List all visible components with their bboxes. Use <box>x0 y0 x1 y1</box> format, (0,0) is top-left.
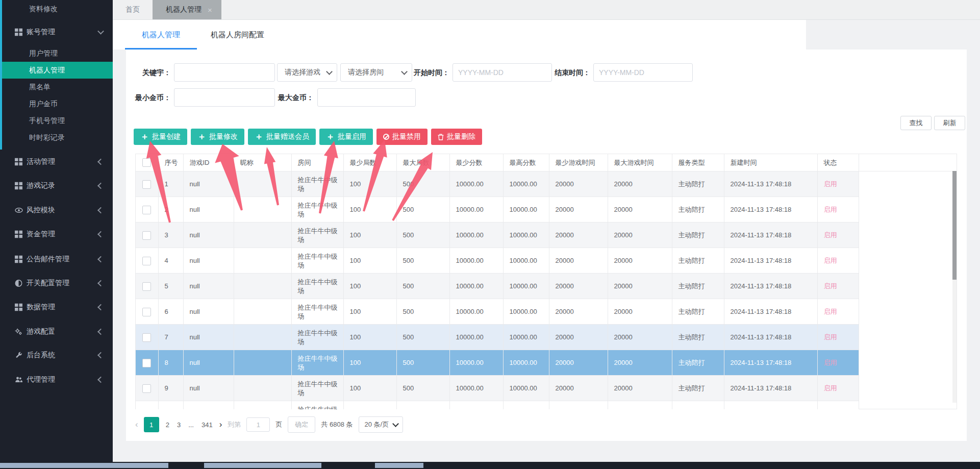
batch-button-1[interactable]: ＋批量创建 <box>134 129 187 145</box>
sidebar-group-5[interactable]: 公告邮件管理 <box>0 251 113 267</box>
cell-min-rounds: 100 <box>343 274 396 299</box>
game-select[interactable]: 请选择游戏 <box>277 63 337 82</box>
max-coin-input[interactable] <box>317 88 416 107</box>
confirm-button[interactable]: 确定 <box>288 416 315 433</box>
cell-max-score: 10000.00 <box>503 299 549 325</box>
status-badge[interactable]: 启用 <box>817 171 859 197</box>
plus-icon: ＋ <box>140 132 149 141</box>
status-badge[interactable]: 启用 <box>817 248 859 274</box>
row-checkbox[interactable] <box>142 206 151 214</box>
status-badge[interactable]: 启用 <box>817 197 859 223</box>
sidebar-group-7[interactable]: 数据管理 <box>0 299 113 315</box>
table-row[interactable]: 8null抢庄牛牛中级场10050010000.0010000.00200002… <box>136 350 859 376</box>
table-row[interactable]: 3null抢庄牛牛中级场10050010000.0010000.00200002… <box>136 223 859 248</box>
prev-page-button[interactable]: ‹ <box>135 419 138 430</box>
status-badge[interactable]: 启用 <box>817 325 859 350</box>
page-number-active[interactable]: 1 <box>144 417 159 432</box>
horizontal-scrollbar-thumb[interactable] <box>0 463 168 468</box>
sidebar-item-6[interactable]: 时时彩记录 <box>0 129 113 146</box>
table-row[interactable]: 9null抢庄牛牛中级场10050010000.0010000.00200002… <box>136 376 859 401</box>
batch-button-4[interactable]: ＋批量启用 <box>319 129 373 145</box>
cell-service-type: 主动陪打 <box>672 401 724 410</box>
column-header: 最少分数 <box>449 154 503 171</box>
sidebar-group-10[interactable]: 代理管理 <box>0 371 113 388</box>
page-number[interactable]: ... <box>187 421 195 429</box>
row-checkbox[interactable] <box>142 231 151 240</box>
vertical-scrollbar-track[interactable] <box>952 171 957 403</box>
page-size-select[interactable]: 20 条/页 <box>359 416 404 433</box>
sidebar-group-label: 账号管理 <box>27 28 55 37</box>
next-page-button[interactable]: › <box>219 419 222 430</box>
page-number[interactable]: 3 <box>176 421 182 429</box>
sidebar-item-3[interactable]: 黑名单 <box>0 79 113 95</box>
table-row[interactable]: 6null抢庄牛牛中级场10050010000.0010000.00200002… <box>136 299 859 325</box>
sidebar-item-profile-edit[interactable]: 资料修改 <box>0 1 113 17</box>
row-checkbox[interactable] <box>142 359 151 367</box>
refresh-button[interactable]: 刷新 <box>934 116 965 130</box>
row-checkbox[interactable] <box>142 180 151 189</box>
row-checkbox[interactable] <box>142 308 151 316</box>
sidebar-group-4[interactable]: 资金管理 <box>0 226 113 242</box>
horizontal-scrollbar-thumb[interactable] <box>204 463 321 468</box>
sidebar-item-1[interactable]: 用户管理 <box>0 45 113 62</box>
row-checkbox[interactable] <box>142 384 151 393</box>
top-tab-1[interactable]: 首页 <box>113 0 153 19</box>
page-number[interactable]: 2 <box>165 421 170 429</box>
sidebar-group-account-mgmt[interactable]: 账号管理 <box>0 23 113 40</box>
status-badge[interactable]: 启用 <box>817 223 859 248</box>
table-row[interactable]: 1null抢庄牛牛中级场10050010000.0010000.00200002… <box>136 171 859 197</box>
batch-button-2[interactable]: ＋批量修改 <box>191 129 244 145</box>
subtab-label: 机器人房间配置 <box>211 30 264 40</box>
end-date-input[interactable] <box>593 63 693 82</box>
start-date-input[interactable] <box>453 63 552 82</box>
table-row[interactable]: 4null抢庄牛牛中级场10050010000.0010000.00200002… <box>136 248 859 274</box>
fixed-panel-header <box>859 154 957 171</box>
cell-max-rounds: 500 <box>396 376 449 401</box>
sidebar-group-8[interactable]: 游戏配置 <box>0 323 113 340</box>
sidebar-group-9[interactable]: 后台系统 <box>0 347 113 363</box>
table-row[interactable]: 2null抢庄牛牛中级场10050010000.0010000.00200002… <box>136 197 859 223</box>
status-badge[interactable]: 启用 <box>817 350 859 376</box>
min-coin-input[interactable] <box>174 88 275 107</box>
subtab-2[interactable]: 机器人房间配置 <box>211 20 264 50</box>
close-icon[interactable]: × <box>208 6 212 14</box>
sidebar-group-2[interactable]: 游戏记录 <box>0 177 113 194</box>
status-badge[interactable]: 启用 <box>817 401 859 410</box>
robot-table-wrapper[interactable]: 序号游戏ID昵称房间最少局数最大局数最少分数最高分数最少游戏时间最大游戏时间服务… <box>135 154 859 409</box>
table-row[interactable]: 10null抢庄牛牛中级场10050010000.0010000.0020000… <box>136 401 859 410</box>
keyword-input[interactable] <box>174 63 275 82</box>
subtab-1[interactable]: 机器人管理 <box>125 20 197 50</box>
status-badge[interactable]: 启用 <box>817 376 859 401</box>
row-checkbox[interactable] <box>142 282 151 291</box>
cell-room: 抢庄牛牛中级场 <box>291 325 343 350</box>
sidebar-group-3[interactable]: 风控模块 <box>0 202 113 218</box>
batch-button-6[interactable]: 批量删除 <box>431 129 482 145</box>
table-header-row: 序号游戏ID昵称房间最少局数最大局数最少分数最高分数最少游戏时间最大游戏时间服务… <box>136 154 859 171</box>
sidebar-group-1[interactable]: 活动管理 <box>0 153 113 170</box>
search-button[interactable]: 查找 <box>900 116 932 130</box>
status-badge[interactable]: 启用 <box>817 274 859 299</box>
cell-nickname <box>234 376 291 401</box>
cell-game-id: null <box>183 171 234 197</box>
sidebar-item-2[interactable]: 机器人管理 <box>0 62 113 79</box>
sidebar-item-4[interactable]: 用户金币 <box>0 95 113 112</box>
sidebar-item-5[interactable]: 手机号管理 <box>0 112 113 129</box>
vertical-scrollbar-thumb[interactable] <box>952 171 957 280</box>
cell-min-game-time: 20000 <box>549 376 608 401</box>
horizontal-scrollbar[interactable] <box>0 462 980 469</box>
horizontal-scrollbar-thumb[interactable] <box>375 463 423 468</box>
batch-button-3[interactable]: ＋批量赠送会员 <box>248 129 316 145</box>
room-select[interactable]: 请选择房间 <box>340 63 412 82</box>
row-checkbox[interactable] <box>142 333 151 342</box>
row-checkbox[interactable] <box>142 257 151 265</box>
batch-button-5[interactable]: 批量禁用 <box>376 129 428 145</box>
table-row[interactable]: 7null抢庄牛牛中级场10050010000.0010000.00200002… <box>136 325 859 350</box>
status-badge[interactable]: 启用 <box>817 299 859 325</box>
sidebar-group-6[interactable]: 开关配置管理 <box>0 275 113 291</box>
page-number[interactable]: 341 <box>200 421 214 429</box>
table-row[interactable]: 5null抢庄牛牛中级场10050010000.0010000.00200002… <box>136 274 859 299</box>
cell-min-rounds: 100 <box>343 197 396 223</box>
goto-page-input[interactable] <box>246 417 270 432</box>
top-tab-2[interactable]: 机器人管理× <box>153 0 221 19</box>
select-all-checkbox[interactable] <box>142 158 151 167</box>
